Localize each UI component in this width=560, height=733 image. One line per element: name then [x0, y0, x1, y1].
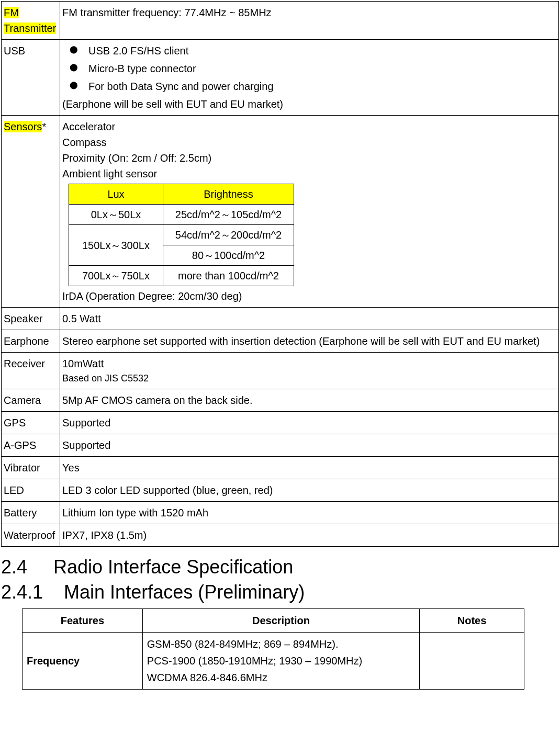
row-usb: USB ⬤USB 2.0 FS/HS client ⬤Micro-B type …: [2, 40, 559, 116]
usb-note: (Earphone will be sell with EUT and EU m…: [62, 96, 556, 112]
heading-2-4-1: 2.4.1 Main Interfaces (Preliminary): [1, 581, 559, 603]
cell-gps-value: Supported: [60, 412, 559, 434]
row-waterproof: Waterproof IPX7, IPX8 (1.5m): [2, 524, 559, 547]
cell-vibrator-label: Vibrator: [2, 457, 60, 479]
cell-battery-value: Lithium Ion type with 1520 mAh: [60, 502, 559, 524]
lux-r2-bright-b: 80～100cd/m^2: [163, 245, 294, 266]
bullet-icon: ⬤: [70, 43, 78, 56]
receiver-note: Based on JIS C5532: [62, 371, 556, 386]
lux-header-brightness: Brightness: [163, 184, 294, 205]
usb-bullet-3: ⬤For both Data Sync and power charging: [62, 78, 556, 94]
radio-row-frequency: Frequency GSM-850 (824-849MHz; 869 – 894…: [23, 633, 524, 690]
bullet-icon: ⬤: [70, 78, 78, 92]
cell-camera-value: 5Mp AF CMOS camera on the back side.: [60, 389, 559, 412]
cell-agps-label: A-GPS: [2, 434, 60, 457]
cell-earphone-label: Earphone: [2, 330, 60, 353]
row-gps: GPS Supported: [2, 412, 559, 434]
sensor-proximity: Proximity (On: 2cm / Off: 2.5cm): [62, 150, 556, 166]
cell-speaker-label: Speaker: [2, 308, 60, 330]
cell-waterproof-label: Waterproof: [2, 524, 60, 547]
cell-receiver-value: 10mWatt Based on JIS C5532: [60, 353, 559, 389]
radio-head-features: Features: [23, 609, 143, 633]
lux-r2-lux: 150Lx～300Lx: [69, 225, 163, 266]
row-battery: Battery Lithium Ion type with 1520 mAh: [2, 502, 559, 524]
row-camera: Camera 5Mp AF CMOS camera on the back si…: [2, 389, 559, 412]
usb-bullet-2: ⬤Micro-B type connector: [62, 61, 556, 76]
cell-fm-label: FM Transmitter: [2, 2, 60, 40]
cell-vibrator-value: Yes: [60, 457, 559, 479]
radio-head-notes: Notes: [420, 609, 524, 633]
row-speaker: Speaker 0.5 Watt: [2, 308, 559, 330]
lux-header-lux: Lux: [69, 184, 163, 205]
cell-earphone-value: Stereo earphone set supported with inser…: [60, 330, 559, 353]
lux-r3-bright: more than 100cd/m^2: [163, 266, 294, 286]
cell-led-value: LED 3 color LED supported (blue, green, …: [60, 479, 559, 502]
lux-table: Lux Brightness 0Lx～50Lx 25cd/m^2～105cd/m…: [69, 184, 294, 286]
radio-head-description: Description: [142, 609, 419, 633]
bullet-icon: ⬤: [70, 61, 78, 74]
cell-battery-label: Battery: [2, 502, 60, 524]
cell-sensors-label: Sensors*: [2, 116, 60, 308]
sensor-ambient: Ambient light sensor: [62, 166, 556, 182]
cell-agps-value: Supported: [60, 434, 559, 457]
row-led: LED LED 3 color LED supported (blue, gre…: [2, 479, 559, 502]
heading-2-4: 2.4 Radio Interface Specification: [1, 556, 559, 578]
sensor-compass: Compass: [62, 134, 556, 150]
lux-r2-bright-a: 54cd/m^2～200cd/m^2: [163, 225, 294, 245]
cell-usb-value: ⬤USB 2.0 FS/HS client ⬤Micro-B type conn…: [60, 40, 559, 116]
cell-speaker-value: 0.5 Watt: [60, 308, 559, 330]
lux-r1-lux: 0Lx～50Lx: [69, 205, 163, 225]
radio-freq-label: Frequency: [23, 633, 143, 690]
cell-receiver-label: Receiver: [2, 353, 60, 389]
row-vibrator: Vibrator Yes: [2, 457, 559, 479]
row-sensors: Sensors* Accelerator Compass Proximity (…: [2, 116, 559, 308]
cell-fm-value: FM transmitter frequency: 77.4MHz ~ 85MH…: [60, 2, 559, 40]
spec-table: FM Transmitter FM transmitter frequency:…: [1, 1, 559, 547]
radio-freq-desc: GSM-850 (824-849MHz; 869 – 894MHz). PCS-…: [142, 633, 419, 690]
lux-r3-lux: 700Lx～750Lx: [69, 266, 163, 286]
row-earphone: Earphone Stereo earphone set supported w…: [2, 330, 559, 353]
sensor-irda: IrDA (Operation Degree: 20cm/30 deg): [62, 288, 556, 304]
cell-led-label: LED: [2, 479, 60, 502]
radio-table: Features Description Notes Frequency GSM…: [22, 608, 524, 690]
cell-usb-label: USB: [2, 40, 60, 116]
radio-freq-notes: [420, 633, 524, 690]
usb-bullet-1: ⬤USB 2.0 FS/HS client: [62, 43, 556, 59]
row-fm-transmitter: FM Transmitter FM transmitter frequency:…: [2, 2, 559, 40]
cell-sensors-value: Accelerator Compass Proximity (On: 2cm /…: [60, 116, 559, 308]
cell-waterproof-value: IPX7, IPX8 (1.5m): [60, 524, 559, 547]
sensor-accelerator: Accelerator: [62, 119, 556, 134]
row-agps: A-GPS Supported: [2, 434, 559, 457]
cell-camera-label: Camera: [2, 389, 60, 412]
row-receiver: Receiver 10mWatt Based on JIS C5532: [2, 353, 559, 389]
cell-gps-label: GPS: [2, 412, 60, 434]
lux-r1-bright: 25cd/m^2～105cd/m^2: [163, 205, 294, 225]
